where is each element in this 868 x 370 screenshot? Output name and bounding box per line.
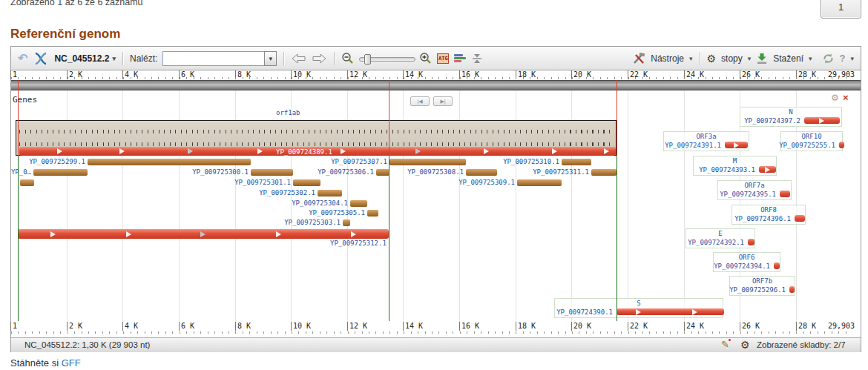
gene-accession-label: YP_009724390.1 xyxy=(556,308,613,316)
mrna-feature-label: YP_009725301.1 xyxy=(234,179,291,186)
cds-feature-bar[interactable] xyxy=(759,166,776,173)
gene-accession-label: YP_009724394.1 xyxy=(714,262,770,270)
ruler-tick-label: 14 K xyxy=(403,322,423,331)
genome-browser-page: Zobrazeno 1 až 6 ze 6 záznamů 1 Referenč… xyxy=(0,0,868,370)
cds-feature-bar[interactable] xyxy=(780,191,790,197)
strand-arrow-icon xyxy=(552,148,557,154)
strand-arrow-icon xyxy=(257,148,263,154)
gene-box-e[interactable]: EYP_009724392.1 xyxy=(685,228,755,248)
strand-arrow-icon xyxy=(276,231,281,237)
mrna-feature-bar[interactable] xyxy=(251,169,293,176)
gene-box-m[interactable]: MYP_009724393.1 xyxy=(693,156,777,176)
ruler-tick-label: 26 K xyxy=(740,322,760,331)
gene-accession-label: YP_009724393.1 xyxy=(699,166,755,174)
mrna-feature-bar[interactable] xyxy=(367,210,378,217)
gene-name-label: S xyxy=(555,300,723,307)
gene-name-label: ORF3a xyxy=(664,133,749,140)
track-canvas: 12 K4 K6 K8 K10 K12 K14 K16 K18 K20 K22 … xyxy=(0,0,868,370)
gene-accession-label: YP_009724396.1 xyxy=(734,215,791,222)
mrna-feature-bar[interactable] xyxy=(517,179,562,186)
strand-arrow-icon xyxy=(200,231,206,237)
mrna-feature-bar[interactable] xyxy=(293,179,320,186)
gene-box-n[interactable]: NYP_009724397.2 xyxy=(740,107,842,127)
strand-arrow-icon xyxy=(415,148,421,154)
cds-feature-bar[interactable] xyxy=(617,308,724,315)
glyph-tick-row xyxy=(19,142,613,146)
edit-pencil-icon[interactable]: ✎ xyxy=(721,339,729,350)
gene-box-s[interactable]: SYP_009724390.1 xyxy=(554,298,723,318)
mrna-feature-bar[interactable] xyxy=(562,159,591,165)
ruler-tick-label: 22 K xyxy=(628,322,648,331)
cds-feature-bar[interactable] xyxy=(774,262,780,269)
location-status: NC_045512.2: 1,30 K (29 903 nt) xyxy=(24,340,150,349)
status-bar: NC_045512.2: 1,30 K (29 903 nt) ✎ ⚙ Zobr… xyxy=(11,337,861,352)
strand-arrow-icon xyxy=(126,231,131,237)
cds-feature-bar[interactable] xyxy=(789,286,795,293)
strand-arrow-icon xyxy=(734,142,739,148)
gene-box-orf3a[interactable]: ORF3aYP_009724391.1 xyxy=(663,131,749,151)
settings-gear-icon[interactable]: ⚙ xyxy=(740,339,750,351)
mrna-feature-bar[interactable] xyxy=(318,190,342,196)
ruler-tick-label: 20 K xyxy=(571,322,591,331)
cds-feature-bar[interactable]: YP_009724389.1 xyxy=(19,147,616,156)
position-marker-red xyxy=(389,80,389,156)
ruler-minor-ticks xyxy=(11,331,849,334)
gene-name-label: ORF6 xyxy=(714,254,780,261)
strand-arrow-icon xyxy=(692,309,697,315)
download-text: Stáhněte si xyxy=(10,357,59,369)
strand-arrow-icon xyxy=(484,148,489,154)
cds-feature-label: YP_009724389.1 xyxy=(276,148,332,156)
cds-feature-bar[interactable] xyxy=(804,117,840,124)
gene-box-orf7b[interactable]: ORF7bYP_009725296.1 xyxy=(729,276,795,296)
gene-box-orf8[interactable]: ORF8YP_009724396.1 xyxy=(731,205,806,225)
gene-accession-label: YP_009725255.1 xyxy=(779,142,835,149)
cds-feature-bar[interactable] xyxy=(839,142,844,148)
mrna-feature-bar[interactable] xyxy=(466,169,497,176)
gene-box-orf6[interactable]: ORF6YP_009724394.1 xyxy=(713,252,780,272)
ruler-tick-label: 18 K xyxy=(516,322,536,331)
strand-arrow-icon xyxy=(57,148,62,154)
glyph-tick-row xyxy=(19,130,613,133)
mrna-feature-bar[interactable] xyxy=(389,159,466,165)
ruler-tick-label: 1 xyxy=(10,322,17,331)
gene-name-label: ORF7a xyxy=(718,182,791,189)
mrna-feature-label: YP_009725307.1 xyxy=(331,158,387,165)
gene-box-orf10[interactable]: ORF10YP_009725255.1 xyxy=(780,131,843,151)
gene-box-orf7a[interactable]: ORF7aYP_009724395.1 xyxy=(717,180,792,200)
mrna-feature-bar[interactable] xyxy=(88,159,251,165)
position-marker-red xyxy=(617,80,617,156)
mrna-feature-label: YP_009725310.1 xyxy=(503,158,559,165)
mrna-feature-bar[interactable] xyxy=(20,179,34,186)
mrna-feature-label: YP_009725300.1 xyxy=(192,168,249,176)
ruler-tick-label: 16 K xyxy=(459,322,479,331)
gene-name-label: M xyxy=(694,157,776,165)
strand-arrow-icon xyxy=(50,231,56,237)
mrna-feature-bar[interactable] xyxy=(591,169,617,176)
mrna-feature-label: YP_009725303.1 xyxy=(284,219,341,226)
strand-arrow-icon xyxy=(765,167,770,173)
cds-feature-bar[interactable] xyxy=(18,229,389,239)
mrna-feature-label: YP_009725305.1 xyxy=(309,209,365,217)
cds-feature-bar[interactable] xyxy=(748,239,754,245)
ruler-tick-label: 6 K xyxy=(179,322,194,331)
strand-arrow-icon xyxy=(351,231,356,237)
mrna-feature-bar[interactable] xyxy=(33,169,88,176)
mrna-feature-bar[interactable] xyxy=(343,219,350,226)
track-gridline xyxy=(628,90,628,331)
gene-name-label: ORF7b xyxy=(730,277,795,285)
cds-feature-bar[interactable] xyxy=(795,215,805,222)
gene-name-label: ORF8 xyxy=(732,206,805,214)
gff-link[interactable]: GFF xyxy=(62,357,81,369)
position-marker-green xyxy=(389,156,389,321)
strand-arrow-icon xyxy=(819,118,824,124)
ruler-tick-label: 12 K xyxy=(347,322,367,331)
ruler-tick-label: 2 K xyxy=(67,322,82,331)
mrna-feature-bar[interactable] xyxy=(350,200,367,207)
mrna-feature-label: YP_009725299.1 xyxy=(29,158,85,165)
gene-name-label: ORF10 xyxy=(781,133,842,140)
position-marker-green xyxy=(18,156,19,321)
cds-feature-bar[interactable] xyxy=(725,142,748,148)
strand-arrow-icon xyxy=(119,148,125,154)
position-marker-green xyxy=(617,156,617,321)
mrna-feature-bar[interactable] xyxy=(376,169,389,176)
